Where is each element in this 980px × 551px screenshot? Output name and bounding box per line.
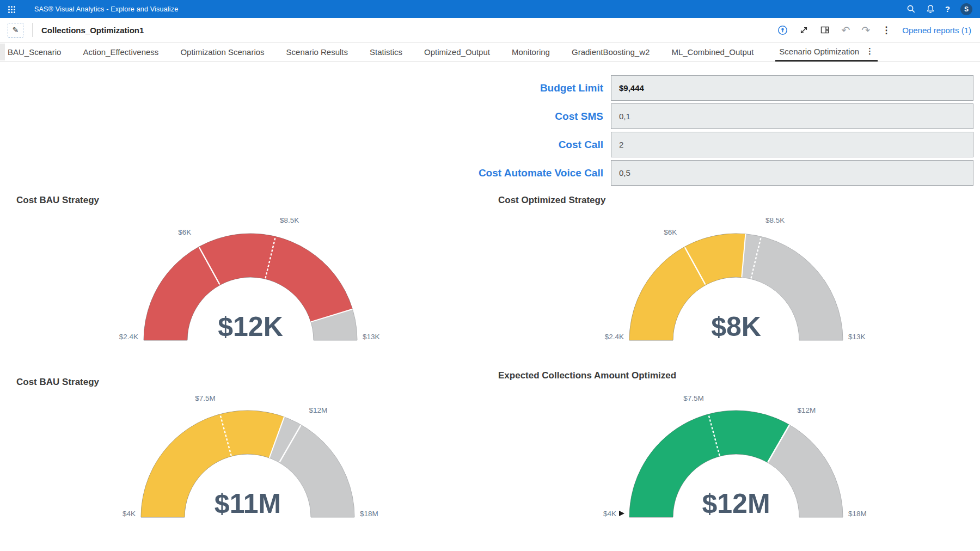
gauge-min-label: $4K <box>603 510 616 518</box>
toggle-panel-button[interactable] <box>820 26 830 34</box>
report-tab-bar: BAU_ScenarioAction_EffectivenessOptimiza… <box>0 42 980 62</box>
tab-label: ML_Combined_Output <box>671 47 754 57</box>
gauge-max-label: $13K <box>848 333 866 341</box>
redo-button[interactable]: ↷ <box>861 25 870 35</box>
gauge-cost-optimized-strategy[interactable]: $6K$8.5K$2.4K$13K$8K <box>573 210 899 356</box>
gauge-min-label: $2.4K <box>605 333 624 341</box>
search-icon <box>906 4 916 14</box>
parameter-row: Budget Limit$9,444 <box>0 75 980 101</box>
budget-limit-input[interactable]: $9,444 <box>611 75 973 101</box>
undo-button[interactable]: ↶ <box>841 25 850 35</box>
cost-call-input[interactable]: 2 <box>611 132 973 157</box>
cost-automate-voice-call-input[interactable]: 0,5 <box>611 160 973 186</box>
tab-optimized-output[interactable]: Optimized_Output <box>424 42 490 62</box>
cost-automate-voice-call-label: Cost Automate Voice Call <box>272 160 603 186</box>
more-options-button[interactable]: ⋮ <box>881 26 891 35</box>
gauge-value-label: $8K <box>711 311 761 342</box>
gauge-tick-label: $8.5K <box>765 216 785 224</box>
cost-sms-label: Cost SMS <box>272 103 603 129</box>
gauge-expected-collections-optimized[interactable]: $7.5M$12M$4K$18M$12M <box>573 387 899 532</box>
help-button[interactable]: ? <box>945 4 950 14</box>
tab-gradientboosting-w2[interactable]: GradientBoosting_w2 <box>572 42 650 62</box>
kebab-icon: ⋮ <box>881 26 891 35</box>
viewpoint-button[interactable] <box>777 25 788 35</box>
undo-icon: ↶ <box>841 25 850 35</box>
gauge-title: Cost BAU Strategy <box>16 195 99 206</box>
tab-label: Action_Effectiveness <box>83 47 158 57</box>
redo-icon: ↷ <box>861 25 870 35</box>
tab-label: Statistics <box>370 47 402 57</box>
tab-scenario-optimization[interactable]: Scenario Optimization⋮ <box>775 42 878 62</box>
gauge-cost-bau-strategy-bottom[interactable]: $7.5M$12M$4K$18M$11M <box>84 387 411 532</box>
gauge-chart: $6K$8.5K$2.4K$13K$8K <box>573 210 899 356</box>
gauge-cost-bau-strategy-top[interactable]: $6K$8.5K$2.4K$13K$12K <box>87 210 414 356</box>
report-actions: ↶ ↷ ⋮ Opened reports (1) <box>777 25 971 35</box>
gauge-chart: $7.5M$12M$4K$18M$11M <box>84 387 411 532</box>
tab-statistics[interactable]: Statistics <box>370 42 402 62</box>
gauge-value-label: $12M <box>702 488 770 519</box>
fullscreen-button[interactable] <box>799 26 808 35</box>
tab-label: Scenario Optimization <box>779 47 859 56</box>
tab-scenario-results[interactable]: Scenario Results <box>286 42 348 62</box>
tab-label: GradientBoosting_w2 <box>572 47 650 57</box>
parameter-row: Cost SMS0,1 <box>0 103 980 129</box>
gauge-tick-label: $7.5M <box>683 394 704 402</box>
gauge-tick-label: $12M <box>798 406 816 414</box>
gauge-max-label: $13K <box>363 333 380 341</box>
gauge-value-label: $12K <box>218 311 283 342</box>
tab-ml-combined-output[interactable]: ML_Combined_Output <box>671 42 754 62</box>
gauge-tick-label: $6K <box>178 228 191 236</box>
gauge-title: Expected Collections Amount Optimized <box>498 370 676 381</box>
location-icon <box>777 25 788 35</box>
gauge-min-marker <box>619 511 624 516</box>
gauge-title: Cost BAU Strategy <box>16 377 99 388</box>
gauge-max-label: $18M <box>360 510 378 518</box>
gauge-chart: $7.5M$12M$4K$18M$12M <box>573 387 899 532</box>
tab-menu-icon[interactable]: ⋮ <box>866 46 874 56</box>
tab-bau-scenario[interactable]: BAU_Scenario <box>8 42 61 62</box>
tab-label: Optimization Scenarios <box>180 47 264 57</box>
user-avatar[interactable]: S <box>960 3 972 15</box>
gauge-tick-label: $7.5M <box>195 394 216 402</box>
tab-monitoring[interactable]: Monitoring <box>512 42 550 62</box>
app-title: SAS® Visual Analytics - Explore and Visu… <box>34 5 178 13</box>
parameter-row: Cost Automate Voice Call0,5 <box>0 160 980 186</box>
parameter-row: Cost Call2 <box>0 132 980 157</box>
search-button[interactable] <box>906 4 916 14</box>
gauge-chart: $6K$8.5K$2.4K$13K$12K <box>87 210 414 356</box>
pencil-icon: ✎ <box>13 26 19 34</box>
tab-optimization-scenarios[interactable]: Optimization Scenarios <box>180 42 264 62</box>
gauge-tick-label: $6K <box>664 228 677 236</box>
tab-label: Optimized_Output <box>424 47 490 57</box>
opened-reports-link[interactable]: Opened reports (1) <box>902 26 971 35</box>
gauge-title: Cost Optimized Strategy <box>498 195 605 206</box>
app-header: SAS® Visual Analytics - Explore and Visu… <box>0 0 980 18</box>
app-window: SAS® Visual Analytics - Explore and Visu… <box>0 0 980 551</box>
tab-label: BAU_Scenario <box>8 47 61 57</box>
gauge-max-label: $18M <box>848 510 867 518</box>
cost-call-label: Cost Call <box>272 132 603 157</box>
gauge-min-label: $2.4K <box>119 333 138 341</box>
parameter-panel: Budget Limit$9,444Cost SMS0,1Cost Call2C… <box>0 75 980 188</box>
expand-icon <box>799 26 808 35</box>
edit-report-button[interactable]: ✎ <box>8 23 23 38</box>
appbar-actions: ? S <box>906 3 972 15</box>
gauge-min-label: $4K <box>122 510 136 518</box>
tab-label: Monitoring <box>512 47 550 57</box>
notifications-button[interactable] <box>926 4 935 14</box>
gauge-tick-label: $12M <box>309 406 328 414</box>
app-menu-button[interactable] <box>5 4 16 15</box>
divider <box>32 23 33 37</box>
collapse-panel-icon <box>820 26 830 34</box>
budget-limit-label: Budget Limit <box>272 75 603 101</box>
gauge-tick-label: $8.5K <box>280 216 299 224</box>
tab-action-effectiveness[interactable]: Action_Effectiveness <box>83 42 158 62</box>
report-toolbar: ✎ Collections_Optimization1 <box>0 18 980 42</box>
grid-icon <box>8 6 10 8</box>
tab-label: Scenario Results <box>286 47 348 57</box>
gauge-value-label: $11M <box>215 488 281 519</box>
report-title: Collections_Optimization1 <box>41 26 144 35</box>
bell-icon <box>926 4 935 14</box>
cost-sms-input[interactable]: 0,1 <box>611 103 973 129</box>
